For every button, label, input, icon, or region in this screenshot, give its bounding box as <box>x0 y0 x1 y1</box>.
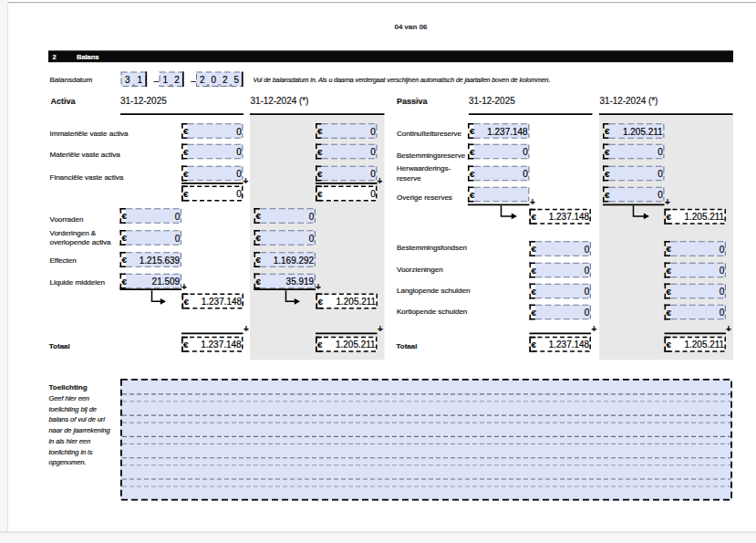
svg-text:1.205.211: 1.205.211 <box>684 212 724 222</box>
svg-text:0: 0 <box>211 75 216 85</box>
svg-text:opgenomen.: opgenomen. <box>49 458 87 466</box>
svg-text:€: € <box>666 287 671 297</box>
svg-text:€: € <box>666 266 671 276</box>
svg-text:0: 0 <box>720 245 725 255</box>
svg-text:1.237.148: 1.237.148 <box>201 339 242 350</box>
svg-text:+: + <box>530 197 535 207</box>
svg-text:€: € <box>605 169 610 179</box>
svg-text:Financiële vaste activa: Financiële vaste activa <box>50 173 124 182</box>
svg-text:€: € <box>666 339 671 350</box>
svg-text:0: 0 <box>720 266 725 276</box>
svg-text:0: 0 <box>236 147 242 157</box>
svg-text:€: € <box>317 126 323 136</box>
svg-text:0: 0 <box>370 147 376 157</box>
svg-text:+: + <box>181 282 187 292</box>
svg-text:€: € <box>317 339 323 350</box>
svg-text:Langlopende schulden: Langlopende schulden <box>397 287 470 295</box>
svg-text:€: € <box>470 126 475 136</box>
svg-text:1.237.148: 1.237.148 <box>549 339 590 350</box>
svg-text:€: € <box>255 211 261 221</box>
svg-text:31-12-2025: 31-12-2025 <box>120 96 167 106</box>
svg-text:+: + <box>592 324 597 334</box>
svg-text:€: € <box>183 189 189 199</box>
svg-text:€: € <box>255 277 261 287</box>
svg-text:€: € <box>666 308 671 318</box>
svg-text:+: + <box>243 176 249 186</box>
svg-text:€: € <box>317 189 323 199</box>
svg-text:€: € <box>121 233 127 243</box>
svg-text:€: € <box>317 169 323 179</box>
svg-text:Materiële vaste activa: Materiële vaste activa <box>50 151 121 159</box>
svg-text:31-12-2024 (*): 31-12-2024 (*) <box>600 96 658 106</box>
svg-text:Totaal: Totaal <box>397 342 418 350</box>
svg-text:0: 0 <box>236 169 242 179</box>
svg-text:Voorzieningen: Voorzieningen <box>397 266 443 274</box>
svg-text:Geef hier een: Geef hier een <box>49 394 89 402</box>
svg-text:+: + <box>378 324 383 334</box>
svg-text:1.169.292: 1.169.292 <box>274 256 315 266</box>
svg-text:+: + <box>243 324 249 334</box>
svg-text:Bestemmingsfondsen: Bestemmingsfondsen <box>397 244 467 252</box>
svg-text:€: € <box>531 339 536 350</box>
svg-text:0: 0 <box>585 266 590 276</box>
svg-text:€: € <box>470 147 475 157</box>
svg-text:€: € <box>317 147 323 157</box>
svg-text:+: + <box>726 324 731 334</box>
svg-text:Activa: Activa <box>51 97 77 106</box>
svg-text:0: 0 <box>585 287 590 297</box>
svg-text:€: € <box>470 190 475 200</box>
svg-text:overlopende activa: overlopende activa <box>50 238 112 246</box>
svg-text:€: € <box>666 244 671 254</box>
svg-text:Passiva: Passiva <box>397 97 429 106</box>
svg-text:€: € <box>255 255 261 265</box>
svg-text:€: € <box>531 308 536 318</box>
svg-text:€: € <box>183 339 189 350</box>
svg-text:–: – <box>192 76 197 86</box>
svg-text:Immateriële vaste activa: Immateriële vaste activa <box>50 130 129 138</box>
svg-text:€: € <box>605 190 610 200</box>
svg-text:1.237.148: 1.237.148 <box>549 212 590 222</box>
svg-text:Vul de balansdatum in. Als u d: Vul de balansdatum in. Als u daarna verd… <box>254 77 551 84</box>
svg-text:€: € <box>531 266 536 276</box>
svg-text:toelichting bij de: toelichting bij de <box>49 405 97 413</box>
svg-text:€: € <box>183 297 189 307</box>
svg-text:1: 1 <box>137 75 142 85</box>
svg-text:1.205.211: 1.205.211 <box>684 339 724 350</box>
svg-text:Bestemmingsreserve: Bestemmingsreserve <box>397 151 466 160</box>
svg-text:€: € <box>531 244 536 254</box>
svg-text:€: € <box>183 147 189 157</box>
svg-text:1.205.211: 1.205.211 <box>623 127 663 137</box>
svg-text:1.215.639: 1.215.639 <box>140 256 181 266</box>
svg-text:0: 0 <box>236 189 242 199</box>
svg-text:1.205.211: 1.205.211 <box>336 339 376 350</box>
svg-text:€: € <box>605 126 610 136</box>
svg-text:0: 0 <box>370 127 376 137</box>
svg-text:0: 0 <box>370 169 376 179</box>
svg-text:5: 5 <box>233 75 239 85</box>
svg-text:€: € <box>666 212 671 222</box>
svg-text:toelichting in is: toelichting in is <box>49 448 93 456</box>
svg-text:Kortlopende schulden: Kortlopende schulden <box>397 308 467 316</box>
svg-text:€: € <box>531 212 536 222</box>
svg-text:€: € <box>121 211 127 221</box>
svg-text:0: 0 <box>658 190 663 200</box>
svg-text:1: 1 <box>163 75 169 85</box>
svg-text:0: 0 <box>175 212 181 222</box>
svg-text:1.205.211: 1.205.211 <box>336 297 376 307</box>
svg-text:04 van 06: 04 van 06 <box>395 23 429 31</box>
svg-text:0: 0 <box>720 308 725 318</box>
svg-text:€: € <box>317 297 323 307</box>
svg-text:21.509: 21.509 <box>152 277 181 287</box>
svg-text:€: € <box>183 169 189 179</box>
svg-text:Herwaarderings-: Herwaarderings- <box>397 164 450 172</box>
svg-text:€: € <box>470 169 475 179</box>
svg-text:0: 0 <box>370 189 376 199</box>
svg-text:reserve: reserve <box>397 174 421 183</box>
svg-text:Continuïteitsreserve: Continuïteitsreserve <box>397 130 462 138</box>
svg-text:Balansdatum: Balansdatum <box>50 76 93 84</box>
svg-text:35.919: 35.919 <box>286 277 315 287</box>
svg-text:€: € <box>121 255 127 265</box>
svg-text:0: 0 <box>658 169 663 179</box>
svg-text:0: 0 <box>658 147 663 157</box>
svg-text:€: € <box>183 126 189 136</box>
